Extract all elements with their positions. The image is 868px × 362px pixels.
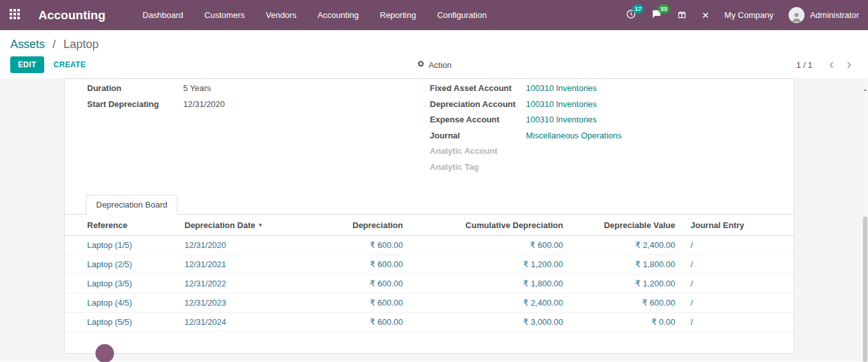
cell-depreciation[interactable]: ₹ 600.00 xyxy=(286,274,411,293)
field-label: Analytic Tag xyxy=(430,162,526,173)
journal-link[interactable]: Miscellaneous Operations xyxy=(526,131,622,142)
top-navbar: Accounting Dashboard Customers Vendors A… xyxy=(0,0,868,30)
depreciation-row[interactable]: Laptop (1/5) 12/31/2020 ₹ 600.00 ₹ 600.0… xyxy=(65,236,794,255)
menu-item-customers[interactable]: Customers xyxy=(204,10,245,20)
cell-depreciable[interactable]: ₹ 1,200.00 xyxy=(571,274,683,293)
cell-depreciable[interactable]: ₹ 2,400.00 xyxy=(571,236,683,255)
cell-journal-entry[interactable]: / xyxy=(683,236,794,255)
cell-depreciation[interactable]: ₹ 600.00 xyxy=(286,255,411,274)
menu-item-vendors[interactable]: Vendors xyxy=(266,10,297,20)
field-label: Start Depreciating xyxy=(87,99,183,110)
scroll-up-arrow[interactable]: ▲ xyxy=(862,88,868,92)
activity-count-badge: 17 xyxy=(632,4,644,13)
user-name: Administrator xyxy=(810,10,859,20)
cell-date[interactable]: 12/31/2023 xyxy=(177,293,286,313)
header-reference[interactable]: Reference xyxy=(87,220,127,230)
scrollbar-thumb[interactable] xyxy=(863,217,867,362)
expense-account-link[interactable]: 100310 Inventories xyxy=(526,115,597,126)
right-field-group: Fixed Asset Account 100310 Inventories D… xyxy=(430,83,771,177)
pager-next-button[interactable]: › xyxy=(840,58,858,72)
create-button[interactable]: CREATE xyxy=(54,60,86,69)
scrollbar[interactable]: ▲ xyxy=(862,79,868,362)
header-depreciable-value[interactable]: Depreciable Value xyxy=(604,220,675,230)
gift-button[interactable] xyxy=(677,10,687,21)
chatter-avatar xyxy=(95,344,114,362)
pager-previous-button[interactable]: ‹ xyxy=(823,58,840,72)
depreciation-table: Reference Depreciation Date▼ Depreciatio… xyxy=(65,215,794,332)
breadcrumb-assets-link[interactable]: Assets xyxy=(10,38,45,51)
avatar xyxy=(789,7,805,23)
depreciation-row[interactable]: Laptop (3/5) 12/31/2022 ₹ 600.00 ₹ 1,800… xyxy=(65,274,794,293)
gift-icon xyxy=(677,10,687,21)
field-label: Duration xyxy=(87,83,183,94)
depreciation-row[interactable]: Laptop (5/5) 12/31/2024 ₹ 600.00 ₹ 3,000… xyxy=(65,313,794,332)
cell-depreciation[interactable]: ₹ 600.00 xyxy=(286,293,411,313)
cell-cumulative[interactable]: ₹ 2,400.00 xyxy=(411,293,571,313)
cell-journal-entry[interactable]: / xyxy=(683,293,794,313)
breadcrumb: Assets / Laptop xyxy=(0,30,868,54)
close-icon[interactable]: × xyxy=(702,9,709,21)
field-depreciation-account: Depreciation Account 100310 Inventories xyxy=(430,99,771,110)
cell-journal-entry[interactable]: / xyxy=(683,255,794,274)
user-menu[interactable]: Administrator xyxy=(789,7,859,23)
apps-grid-icon xyxy=(10,9,20,21)
menu-item-accounting[interactable]: Accounting xyxy=(318,10,359,20)
company-switcher[interactable]: My Company xyxy=(725,10,774,20)
header-cumulative-depreciation[interactable]: Cumulative Depreciation xyxy=(466,220,563,230)
tab-bar: Depreciation Board xyxy=(65,195,794,215)
cell-cumulative[interactable]: ₹ 3,000.00 xyxy=(411,313,571,332)
cell-cumulative[interactable]: ₹ 1,800.00 xyxy=(411,274,571,293)
header-journal-entry[interactable]: Journal Entry xyxy=(691,220,744,230)
cell-reference[interactable]: Laptop (2/5) xyxy=(65,255,177,274)
cell-reference[interactable]: Laptop (4/5) xyxy=(65,293,177,313)
fixed-asset-account-link[interactable]: 100310 Inventories xyxy=(526,83,597,94)
breadcrumb-separator: / xyxy=(53,38,56,51)
cell-journal-entry[interactable]: / xyxy=(683,313,794,332)
asset-fields: Duration 5 Years Start Depreciating 12/3… xyxy=(65,79,794,177)
left-field-group: Duration 5 Years Start Depreciating 12/3… xyxy=(87,83,430,177)
depreciation-row[interactable]: Laptop (2/5) 12/31/2021 ₹ 600.00 ₹ 1,200… xyxy=(65,255,794,274)
message-count-badge: 33 xyxy=(658,4,670,13)
asset-form-sheet: Duration 5 Years Start Depreciating 12/3… xyxy=(64,78,794,354)
edit-button[interactable]: EDIT xyxy=(10,56,44,73)
header-depreciation[interactable]: Depreciation xyxy=(352,220,403,230)
cell-date[interactable]: 12/31/2021 xyxy=(177,255,286,274)
header-depreciation-date[interactable]: Depreciation Date xyxy=(184,220,256,230)
cell-date[interactable]: 12/31/2022 xyxy=(177,274,286,293)
field-value: 12/31/2020 xyxy=(183,99,225,110)
field-expense-account: Expense Account 100310 Inventories xyxy=(430,115,771,126)
cell-cumulative[interactable]: ₹ 600.00 xyxy=(411,236,571,255)
field-label: Depreciation Account xyxy=(430,99,526,110)
field-label: Journal xyxy=(430,131,526,142)
cell-depreciable[interactable]: ₹ 600.00 xyxy=(571,293,683,313)
menu-item-reporting[interactable]: Reporting xyxy=(380,10,416,20)
field-journal: Journal Miscellaneous Operations xyxy=(430,131,771,142)
apps-menu-button[interactable] xyxy=(0,0,29,30)
topbar-right: 17 33 × My Company Administrator xyxy=(626,7,868,23)
cell-depreciable[interactable]: ₹ 0.00 xyxy=(571,313,683,332)
cell-depreciable[interactable]: ₹ 1,800.00 xyxy=(571,255,683,274)
cell-journal-entry[interactable]: / xyxy=(683,274,794,293)
sort-desc-icon[interactable]: ▼ xyxy=(258,222,263,228)
depreciation-account-link[interactable]: 100310 Inventories xyxy=(526,99,597,110)
main-menu: Dashboard Customers Vendors Accounting R… xyxy=(143,10,487,20)
action-menu-button[interactable]: Action xyxy=(416,60,452,70)
cell-reference[interactable]: Laptop (3/5) xyxy=(65,274,177,293)
depreciation-row[interactable]: Laptop (4/5) 12/31/2023 ₹ 600.00 ₹ 2,400… xyxy=(65,293,794,313)
field-duration: Duration 5 Years xyxy=(87,83,430,94)
field-start-depreciating: Start Depreciating 12/31/2020 xyxy=(87,99,430,110)
cell-reference[interactable]: Laptop (1/5) xyxy=(65,236,177,255)
cell-depreciation[interactable]: ₹ 600.00 xyxy=(286,236,411,255)
cell-reference[interactable]: Laptop (5/5) xyxy=(65,313,177,332)
activities-button[interactable]: 17 xyxy=(626,9,636,21)
app-name[interactable]: Accounting xyxy=(38,8,106,22)
messages-button[interactable]: 33 xyxy=(651,9,662,21)
menu-item-configuration[interactable]: Configuration xyxy=(437,10,486,20)
cell-cumulative[interactable]: ₹ 1,200.00 xyxy=(411,255,571,274)
cell-date[interactable]: 12/31/2024 xyxy=(177,313,286,332)
control-panel: EDIT CREATE Action 1 / 1 ‹ › xyxy=(0,54,868,78)
menu-item-dashboard[interactable]: Dashboard xyxy=(143,10,184,20)
tab-depreciation-board[interactable]: Depreciation Board xyxy=(86,195,177,215)
cell-date[interactable]: 12/31/2020 xyxy=(177,236,286,255)
cell-depreciation[interactable]: ₹ 600.00 xyxy=(286,313,411,332)
